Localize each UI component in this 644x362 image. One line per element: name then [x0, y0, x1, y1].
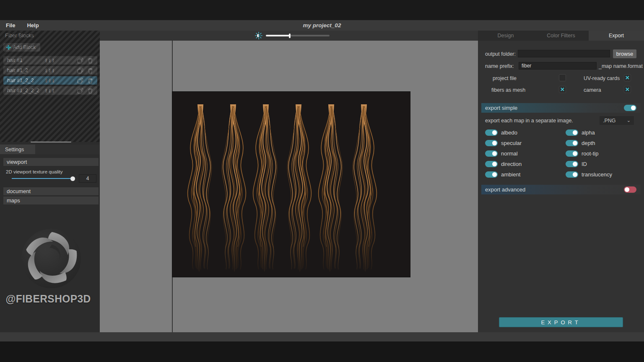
duplicate-icon[interactable]	[77, 57, 83, 64]
fiber-blocks-panel: Fiber Blocks ✚ Add Block hair #1 ❚❚❚ hai…	[0, 31, 100, 142]
brightness-slider-filled[interactable]	[266, 35, 290, 36]
hair-canvas[interactable]	[172, 92, 410, 277]
menu-help[interactable]: Help	[21, 20, 44, 31]
export-simple-label: export simple	[485, 105, 517, 111]
toggle-knob	[573, 130, 577, 135]
output-folder-input[interactable]	[518, 50, 610, 57]
name-format-suffix: _map name.format	[599, 63, 643, 69]
app-body: Fiber Blocks ✚ Add Block hair #1 ❚❚❚ hai…	[0, 31, 644, 332]
add-block-button[interactable]: ✚ Add Block	[3, 43, 40, 52]
toggle-knob	[492, 172, 497, 177]
export-advanced-toggle[interactable]	[624, 186, 636, 193]
duplicate-icon[interactable]	[77, 88, 83, 94]
brightness-sun-icon	[255, 32, 262, 39]
normal-toggle[interactable]	[485, 150, 498, 157]
texture-quality-label: 2D viewport texture quality	[6, 169, 63, 174]
toggle-knob	[492, 130, 497, 135]
delete-icon[interactable]	[87, 57, 93, 64]
brightness-slider-track[interactable]	[291, 35, 330, 36]
uv-ready-cards-checkbox[interactable]	[624, 74, 631, 81]
specular-toggle[interactable]	[485, 140, 498, 146]
letterbox-bottom	[0, 341, 644, 362]
toggle-knob	[573, 162, 577, 166]
name-prefix-input[interactable]	[519, 62, 597, 70]
fiber-block-label: hair #1_2_2_2	[3, 88, 44, 93]
export-simple-toggle[interactable]	[624, 105, 636, 111]
fiber-block-row[interactable]: hair #1_2_2 ❚❚❚	[3, 76, 97, 85]
toggle-knob	[625, 187, 629, 192]
texture-quality-slider-track[interactable]	[12, 178, 70, 179]
map-toggle-depth: depth	[566, 140, 637, 146]
fiber-block-row[interactable]: hair #1_2 ❚❚❚	[3, 66, 97, 75]
menu-file[interactable]: File	[0, 20, 21, 31]
export-advanced-label: export advanced	[485, 186, 525, 193]
export-button[interactable]: EXPORT	[499, 317, 623, 327]
texture-quality-value[interactable]: 4	[79, 174, 96, 183]
section-maps[interactable]: maps	[3, 197, 99, 204]
drag-grip-icon[interactable]: ❚❚❚	[44, 78, 55, 83]
duplicate-icon[interactable]	[77, 67, 83, 74]
alpha-label: alpha	[582, 129, 595, 136]
camera-checkbox[interactable]	[624, 86, 631, 93]
albedo-toggle[interactable]	[485, 129, 498, 136]
map-toggle-specular: specular	[485, 140, 566, 146]
delete-icon[interactable]	[87, 88, 93, 94]
id-toggle[interactable]	[566, 161, 578, 167]
format-dropdown[interactable]: .PNG ⌄	[600, 116, 634, 125]
depth-label: depth	[582, 140, 595, 146]
alpha-toggle[interactable]	[566, 129, 578, 136]
fiber-block-row[interactable]: hair #1 ❚❚❚	[3, 56, 97, 65]
app-bottom-strip	[0, 332, 644, 341]
right-panel: Design Color Filters Export output folde…	[478, 31, 644, 332]
add-block-label: Add Block	[13, 44, 36, 50]
panel-splitter-handle[interactable]	[31, 142, 71, 142]
delete-icon[interactable]	[87, 78, 93, 84]
root-tip-label: root-tip	[582, 150, 598, 157]
uv-ready-cards-label: UV-ready cards	[584, 75, 620, 81]
direction-label: direction	[501, 161, 522, 167]
tab-settings[interactable]: Settings	[0, 145, 35, 154]
toggle-knob	[492, 151, 497, 156]
ambient-toggle[interactable]	[485, 171, 498, 178]
tab-color-filters[interactable]: Color Filters	[533, 31, 589, 41]
tab-export[interactable]: Export	[589, 31, 644, 41]
name-prefix-label: name prefix:	[485, 63, 514, 69]
toggle-knob	[573, 172, 577, 177]
translucency-toggle[interactable]	[566, 171, 578, 178]
project-file-checkbox[interactable]	[559, 74, 566, 81]
toggle-knob	[631, 106, 636, 110]
drag-grip-icon[interactable]: ❚❚❚	[44, 88, 55, 93]
drag-grip-icon[interactable]: ❚❚❚	[44, 68, 55, 72]
fibers-as-mesh-checkbox[interactable]	[559, 86, 566, 93]
hair-fibers-art	[172, 92, 410, 277]
id-label: ID	[582, 161, 587, 167]
left-sidebar: Fiber Blocks ✚ Add Block hair #1 ❚❚❚ hai…	[0, 31, 100, 332]
tab-design[interactable]: Design	[478, 31, 533, 41]
delete-icon[interactable]	[87, 67, 93, 74]
export-tab-content: output folder: browse name prefix: _map …	[478, 41, 644, 332]
toggle-knob	[492, 141, 497, 145]
section-viewport[interactable]: viewport	[3, 158, 99, 166]
chevron-down-icon: ⌄	[627, 118, 631, 123]
texture-quality-slider-knob[interactable]	[70, 176, 75, 181]
letterbox-top	[0, 0, 644, 20]
root-tip-toggle[interactable]	[566, 150, 578, 157]
menu-bar: File Help my project_02	[0, 20, 644, 31]
map-toggle-root-tip: root-tip	[566, 150, 637, 157]
fiber-block-list: hair #1 ❚❚❚ hair #1_2 ❚❚❚ hair #1_2_2 ❚❚…	[3, 56, 97, 96]
separate-image-label: export each map in a separate image.	[485, 118, 573, 124]
app-window: File Help my project_02 Fiber Blocks ✚ A…	[0, 0, 644, 362]
viewport-toolbar	[100, 31, 478, 41]
map-toggle-grid: albedo alpha specular depth	[485, 129, 637, 178]
drag-grip-icon[interactable]: ❚❚❚	[44, 58, 55, 62]
duplicate-icon[interactable]	[77, 78, 83, 84]
section-document[interactable]: document	[3, 187, 99, 195]
depth-toggle[interactable]	[566, 140, 578, 146]
map-toggle-albedo: albedo	[485, 129, 566, 136]
fiber-block-row[interactable]: hair #1_2_2_2 ❚❚❚	[3, 86, 97, 95]
map-toggle-direction: direction	[485, 161, 566, 167]
browse-button[interactable]: browse	[613, 49, 636, 58]
toggle-knob	[573, 151, 577, 156]
direction-toggle[interactable]	[485, 161, 498, 167]
fiber-block-label: hair #1	[3, 57, 44, 63]
